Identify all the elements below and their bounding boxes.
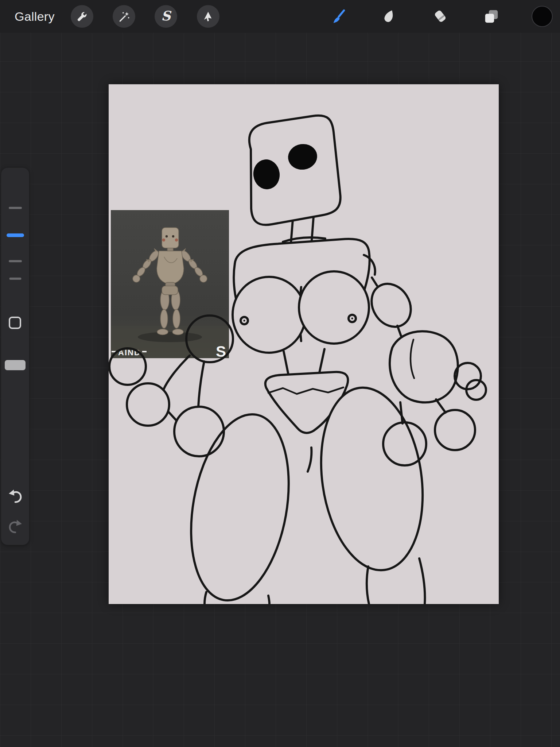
redo-button[interactable] — [7, 518, 23, 534]
adjustments-button[interactable] — [113, 5, 135, 28]
undo-button[interactable] — [7, 488, 23, 504]
size-slider-active-mark[interactable] — [7, 233, 24, 237]
redo-arrowhead — [16, 520, 22, 526]
top-toolbar: Gallery S — [0, 0, 560, 33]
paint-brush-icon — [329, 8, 347, 25]
eraser-tool-button[interactable] — [431, 7, 450, 26]
sketch-left-arm — [109, 316, 233, 456]
magic-wand-icon — [118, 10, 130, 23]
smudge-tool-button[interactable] — [379, 7, 399, 26]
undo-arrowhead — [9, 489, 14, 496]
transform-arrow-icon — [202, 11, 214, 22]
eraser-icon — [432, 8, 449, 25]
gallery-button[interactable]: Gallery — [15, 0, 55, 33]
smudge-icon — [381, 8, 397, 25]
selection-button[interactable]: S — [155, 5, 177, 28]
paint-tool-button[interactable] — [328, 7, 348, 26]
brush-sidebar — [1, 168, 29, 545]
robot-sketch — [109, 84, 499, 604]
wrench-icon — [76, 10, 88, 23]
modify-button[interactable] — [9, 317, 21, 329]
procreate-app: { "topbar": { "gallery_label": "Gallery"… — [0, 0, 560, 747]
size-slider-mark[interactable] — [9, 260, 22, 262]
actions-button[interactable] — [71, 5, 93, 28]
sketch-head — [249, 116, 341, 225]
layers-button[interactable] — [482, 7, 501, 26]
opacity-slider-handle[interactable] — [5, 360, 26, 370]
selection-s-icon: S — [161, 8, 171, 23]
drawing-canvas[interactable]: AIND S — [109, 84, 499, 604]
size-slider-mark[interactable] — [9, 278, 21, 280]
layers-icon — [483, 8, 500, 25]
transform-button[interactable] — [197, 5, 219, 28]
size-slider-mark[interactable] — [9, 207, 22, 209]
color-swatch-button[interactable] — [532, 6, 553, 27]
